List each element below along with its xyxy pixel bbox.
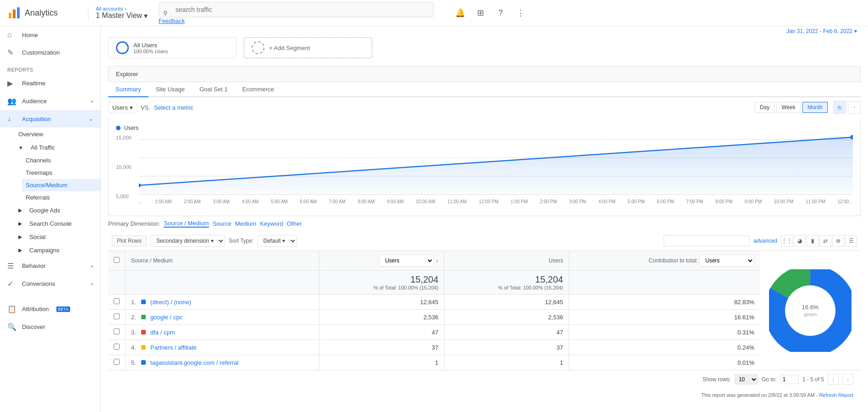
apps-icon[interactable]: ⊞	[472, 5, 489, 21]
sidebar-item-acquisition[interactable]: ↓ Acquisition ⌄	[0, 110, 100, 128]
dim-medium[interactable]: Medium	[235, 220, 256, 227]
sort-type-select[interactable]: Default ▾	[258, 235, 297, 247]
svg-marker-7	[139, 137, 853, 195]
dim-source[interactable]: Source	[213, 220, 231, 227]
sidebar-item-overview[interactable]: Overview	[15, 128, 100, 141]
sidebar-item-attribution[interactable]: 📋 Attribution BETA	[0, 300, 100, 318]
discover-icon: 🔍	[7, 323, 16, 331]
tab-goal-set-1[interactable]: Goal Set 1	[192, 82, 235, 97]
source-medium-link-2[interactable]: google / cpc	[150, 314, 182, 321]
sidebar-item-campaigns[interactable]: ▶ Campaigns	[15, 244, 100, 257]
users-metric-select[interactable]: Users	[379, 255, 434, 267]
secondary-dimension-select[interactable]: Secondary dimension ▾	[150, 235, 225, 247]
tab-summary[interactable]: Summary	[108, 82, 148, 97]
sidebar-item-source-medium[interactable]: Source/Medium	[22, 179, 100, 191]
week-button[interactable]: Week	[776, 102, 800, 113]
home-icon: ⌂	[7, 31, 16, 39]
search-input[interactable]	[159, 2, 434, 17]
segment-all-users: All Users 100.00% Users	[108, 37, 236, 58]
advanced-link[interactable]: advanced	[753, 238, 777, 244]
source-medium-link-1[interactable]: (direct) / (none)	[150, 299, 191, 306]
search-bar: ⚲ Feedback	[159, 2, 434, 24]
audience-expand-icon: ›	[91, 98, 93, 105]
line-chart-btn[interactable]: ⎋	[833, 101, 846, 114]
sidebar-item-audience[interactable]: 👥 Audience ›	[0, 92, 100, 110]
row-checkbox-5[interactable]	[114, 359, 120, 365]
table-search-input[interactable]	[664, 235, 750, 246]
more-icon[interactable]: ⋮	[512, 5, 529, 21]
table-section: Source / Medium Users ↓ Users	[108, 251, 760, 370]
show-rows-select[interactable]: 10 25 100	[735, 374, 758, 384]
select-metric-link[interactable]: Select a metric	[154, 104, 193, 111]
top-bar: Analytics All accounts › 1 Master View ▾…	[0, 0, 868, 26]
all-accounts-link[interactable]: All accounts ›	[96, 6, 148, 11]
sidebar-item-realtime[interactable]: ▶ Realtime	[0, 74, 100, 92]
sidebar-item-social[interactable]: ▶ Social	[15, 230, 100, 244]
plot-rows-button[interactable]: Plot Rows	[112, 235, 147, 246]
prev-page-btn[interactable]: ‹	[828, 374, 839, 385]
scatter-chart-btn[interactable]: ⋅	[848, 101, 861, 114]
notifications-icon[interactable]: 🔔	[452, 5, 468, 21]
google-ads-expand-icon: ▶	[18, 207, 22, 213]
legend-label-users: Users	[124, 125, 138, 131]
source-medium-link-5[interactable]: tagassistant.google.com / referral	[150, 359, 238, 366]
custom-view-btn[interactable]: ☰	[845, 235, 857, 247]
dim-keyword[interactable]: Keyword	[260, 220, 283, 227]
chart-type-buttons: ⎋ ⋅	[833, 101, 861, 114]
sidebar-item-treemaps[interactable]: Treemaps	[22, 167, 100, 179]
sidebar-item-discover[interactable]: 🔍 Discover	[0, 318, 100, 336]
table-header-row: Source / Medium Users ↓ Users	[108, 251, 760, 271]
row-checkbox-3[interactable]	[114, 328, 120, 334]
tab-site-usage[interactable]: Site Usage	[148, 82, 192, 97]
segment-name-all-users: All Users	[133, 42, 168, 49]
total-users-pct: % of Total: 100.00% (15,204)	[325, 285, 438, 290]
pie-view-btn[interactable]: ◕	[794, 235, 806, 247]
select-all-checkbox[interactable]	[114, 257, 120, 263]
row-users-5: 1	[319, 355, 444, 370]
source-medium-link-4[interactable]: Partners / affiliate	[150, 344, 197, 351]
date-range-selector[interactable]: Jan 31, 2022 - Feb 6, 2022 ▾	[783, 26, 861, 36]
sidebar-item-behavior[interactable]: ☰ Behavior ›	[0, 257, 100, 275]
contribution-select[interactable]: Users	[699, 255, 754, 267]
row-checkbox-2[interactable]	[114, 313, 120, 319]
source-medium-link-3[interactable]: dfa / cpm	[150, 329, 175, 336]
pivot-view-btn[interactable]: ⊕	[832, 235, 844, 247]
pie-chart-section: 16.6% green	[760, 251, 861, 370]
sidebar-item-search-console[interactable]: ▶ Search Console	[15, 217, 100, 230]
y-axis-labels: 15,000 10,000 5,000	[116, 135, 139, 199]
row-contribution-2: 16.61%	[569, 310, 760, 325]
day-button[interactable]: Day	[755, 102, 775, 113]
row-num-5: 5.	[131, 359, 136, 366]
go-to-input[interactable]	[780, 375, 799, 384]
refresh-report-link[interactable]: Refresh Report	[819, 392, 853, 398]
row-num-1: 1.	[131, 299, 136, 306]
metric-dropdown[interactable]: Users ▾	[108, 102, 137, 113]
sidebar-item-channels[interactable]: Channels	[22, 154, 100, 167]
help-icon[interactable]: ?	[492, 5, 509, 21]
segment-circle-all-users	[116, 41, 129, 54]
master-view-selector[interactable]: 1 Master View ▾	[96, 11, 148, 20]
conversions-expand-icon: ›	[91, 281, 93, 287]
dim-other[interactable]: Other	[287, 220, 302, 227]
segment-add[interactable]: + Add Segment	[244, 37, 372, 58]
acquisition-icon: ↓	[7, 115, 16, 123]
sidebar-item-all-traffic[interactable]: ▼ All Traffic	[15, 141, 100, 154]
bar-view-btn[interactable]: ▮	[807, 235, 819, 247]
row-checkbox-1[interactable]	[114, 298, 120, 304]
sidebar-item-referrals[interactable]: Referrals	[22, 191, 100, 204]
dim-source-medium[interactable]: Source / Medium	[164, 220, 209, 228]
behavior-expand-icon: ›	[91, 263, 93, 269]
report-footer: This report was generated on 2/8/22 at 3…	[108, 389, 861, 401]
tab-ecommerce[interactable]: Ecommerce	[235, 82, 281, 97]
grid-view-btn[interactable]: ⋮⋮	[781, 235, 793, 247]
sidebar-item-customization[interactable]: ✎ Customization	[0, 44, 100, 61]
sidebar-item-conversions[interactable]: ✓ Conversions ›	[0, 275, 100, 293]
month-button[interactable]: Month	[802, 102, 828, 113]
row-checkbox-4[interactable]	[114, 344, 120, 350]
compare-view-btn[interactable]: ⇄	[819, 235, 831, 247]
sidebar-item-home[interactable]: ⌂ Home	[0, 26, 100, 44]
next-page-btn[interactable]: ›	[842, 374, 853, 385]
row-dot-5	[141, 360, 146, 365]
sidebar-item-google-ads[interactable]: ▶ Google Ads	[15, 204, 100, 217]
feedback-link[interactable]: Feedback	[159, 17, 185, 24]
